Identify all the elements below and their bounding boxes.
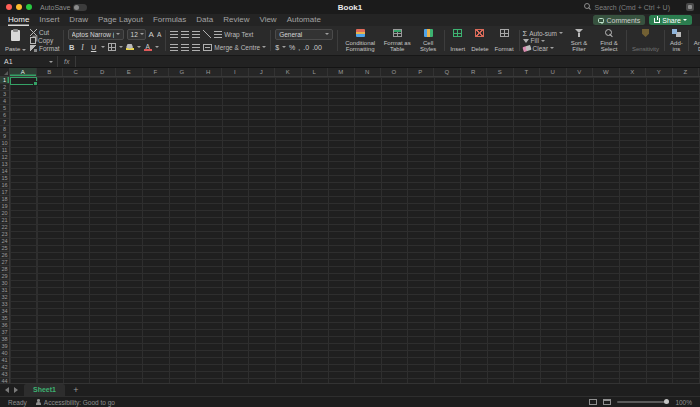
column-header-s[interactable]: S (487, 68, 514, 76)
align-right-button[interactable] (192, 44, 200, 51)
ribbon-tab-draw[interactable]: Draw (69, 14, 88, 26)
row-header-40[interactable]: 40 (0, 350, 9, 357)
column-header-u[interactable]: U (540, 68, 567, 76)
column-header-h[interactable]: H (196, 68, 223, 76)
accounting-chevron[interactable] (282, 46, 286, 48)
row-header-3[interactable]: 3 (0, 91, 9, 98)
name-box[interactable]: A1 (0, 56, 58, 67)
column-header-z[interactable]: Z (673, 68, 700, 76)
column-header-g[interactable]: G (169, 68, 196, 76)
wrap-text-button[interactable]: Wrap Text (214, 30, 253, 38)
cut-button[interactable]: Cut (30, 29, 60, 37)
column-header-e[interactable]: E (116, 68, 143, 76)
row-header-34[interactable]: 34 (0, 308, 9, 315)
row-header-38[interactable]: 38 (0, 336, 9, 343)
column-header-y[interactable]: Y (646, 68, 673, 76)
column-header-f[interactable]: F (143, 68, 170, 76)
row-header-21[interactable]: 21 (0, 217, 9, 224)
minimize-window-button[interactable] (16, 4, 22, 10)
select-all-corner[interactable] (0, 68, 10, 76)
percent-style-button[interactable]: % (289, 44, 295, 51)
column-header-c[interactable]: C (63, 68, 90, 76)
insert-cells-button[interactable]: Insert (448, 28, 467, 53)
row-header-1[interactable]: 1 (0, 77, 9, 84)
column-header-v[interactable]: V (567, 68, 594, 76)
analyse-data-button[interactable]: Analyse Data (692, 28, 700, 53)
zoom-slider[interactable] (617, 401, 669, 403)
borders-chevron[interactable] (119, 46, 123, 48)
search-box[interactable]: Search (Cmd + Ctrl + U) (584, 3, 670, 11)
accounting-format-button[interactable]: $ (275, 44, 279, 51)
column-header-b[interactable]: B (37, 68, 64, 76)
ribbon-tab-page-layout[interactable]: Page Layout (98, 14, 143, 26)
accessibility-status[interactable]: Accessibility: Good to go (36, 399, 115, 406)
row-header-12[interactable]: 12 (0, 154, 9, 161)
sheet-tab-sheet1[interactable]: Sheet1 (24, 384, 65, 396)
row-header-27[interactable]: 27 (0, 259, 9, 266)
row-header-9[interactable]: 9 (0, 133, 9, 140)
row-header-15[interactable]: 15 (0, 175, 9, 182)
share-button[interactable]: Share (649, 15, 692, 25)
ribbon-tab-formulas[interactable]: Formulas (153, 14, 186, 26)
selected-cell[interactable] (10, 77, 37, 85)
autosave-toggle[interactable] (73, 4, 87, 11)
column-header-d[interactable]: D (90, 68, 117, 76)
column-header-a[interactable]: A (10, 68, 37, 76)
row-header-7[interactable]: 7 (0, 119, 9, 126)
decrease-font-size-button[interactable]: A (157, 31, 161, 38)
find-select-button[interactable]: Find & Select (595, 28, 623, 53)
decrease-decimal-button[interactable]: .00 (312, 44, 322, 51)
row-header-24[interactable]: 24 (0, 238, 9, 245)
formula-input[interactable] (76, 56, 700, 67)
row-header-19[interactable]: 19 (0, 203, 9, 210)
comma-style-button[interactable]: , (298, 44, 300, 51)
column-header-r[interactable]: R (461, 68, 488, 76)
row-header-22[interactable]: 22 (0, 224, 9, 231)
italic-button[interactable]: I (79, 43, 87, 52)
row-header-32[interactable]: 32 (0, 294, 9, 301)
row-header-43[interactable]: 43 (0, 371, 9, 378)
autosum-button[interactable]: ΣAuto-sum (523, 29, 563, 37)
row-header-2[interactable]: 2 (0, 84, 9, 91)
increase-font-size-button[interactable]: A (149, 30, 154, 39)
row-header-18[interactable]: 18 (0, 196, 9, 203)
row-header-4[interactable]: 4 (0, 98, 9, 105)
row-header-5[interactable]: 5 (0, 105, 9, 112)
row-header-31[interactable]: 31 (0, 287, 9, 294)
align-center-button[interactable] (181, 44, 189, 51)
bold-button[interactable]: B (68, 43, 76, 52)
row-header-28[interactable]: 28 (0, 266, 9, 273)
ribbon-tab-automate[interactable]: Automate (287, 14, 321, 26)
add-sheet-button[interactable]: + (71, 385, 81, 395)
format-as-table-button[interactable]: Format as Table (381, 28, 413, 53)
zoom-slider-knob[interactable] (664, 399, 669, 404)
close-window-button[interactable] (6, 4, 12, 10)
sheet-nav-prev-button[interactable] (5, 387, 9, 393)
ribbon-tab-data[interactable]: Data (196, 14, 213, 26)
merge-center-button[interactable]: Merge & Centre (203, 43, 266, 51)
column-header-n[interactable]: N (355, 68, 382, 76)
row-header-16[interactable]: 16 (0, 182, 9, 189)
page-layout-view-button[interactable] (603, 399, 611, 405)
borders-button[interactable] (108, 43, 116, 51)
align-top-button[interactable] (170, 31, 178, 38)
paste-button[interactable]: Paste (3, 28, 28, 53)
clear-button[interactable]: Clear (523, 45, 563, 53)
row-header-44[interactable]: 44 (0, 378, 9, 383)
autosave-control[interactable]: AutoSave (40, 4, 87, 11)
fill-color-button[interactable] (126, 44, 134, 50)
ribbon-tab-home[interactable]: Home (8, 14, 29, 26)
row-header-14[interactable]: 14 (0, 168, 9, 175)
number-format-select[interactable]: General (275, 29, 333, 40)
align-left-button[interactable] (170, 44, 178, 51)
column-header-m[interactable]: M (328, 68, 355, 76)
sheet-nav-next-button[interactable] (14, 387, 18, 393)
row-header-36[interactable]: 36 (0, 322, 9, 329)
format-painter-button[interactable]: Format (30, 44, 60, 52)
font-size-select[interactable]: 12 (127, 29, 146, 40)
row-header-33[interactable]: 33 (0, 301, 9, 308)
row-header-41[interactable]: 41 (0, 357, 9, 364)
column-header-j[interactable]: J (249, 68, 276, 76)
font-name-select[interactable]: Aptos Narrow (Bod... (68, 29, 124, 40)
font-color-button[interactable]: A (144, 43, 152, 51)
